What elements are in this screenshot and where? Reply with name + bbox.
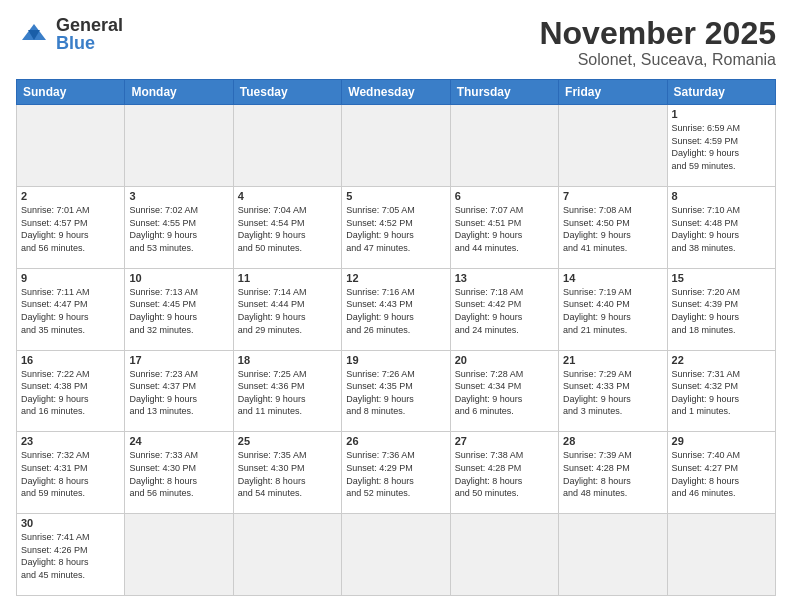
day-info: Sunrise: 7:26 AMSunset: 4:35 PMDaylight:…	[346, 368, 445, 418]
calendar-week-row: 16Sunrise: 7:22 AMSunset: 4:38 PMDayligh…	[17, 350, 776, 432]
day-number: 28	[563, 435, 662, 447]
day-info: Sunrise: 7:33 AMSunset: 4:30 PMDaylight:…	[129, 449, 228, 499]
header-sunday: Sunday	[17, 80, 125, 105]
table-row: 9Sunrise: 7:11 AMSunset: 4:47 PMDaylight…	[17, 268, 125, 350]
day-number: 27	[455, 435, 554, 447]
day-number: 30	[21, 517, 120, 529]
day-number: 23	[21, 435, 120, 447]
day-info: Sunrise: 7:05 AMSunset: 4:52 PMDaylight:…	[346, 204, 445, 254]
table-row: 5Sunrise: 7:05 AMSunset: 4:52 PMDaylight…	[342, 186, 450, 268]
table-row: 4Sunrise: 7:04 AMSunset: 4:54 PMDaylight…	[233, 186, 341, 268]
day-number: 12	[346, 272, 445, 284]
day-info: Sunrise: 7:16 AMSunset: 4:43 PMDaylight:…	[346, 286, 445, 336]
table-row: 3Sunrise: 7:02 AMSunset: 4:55 PMDaylight…	[125, 186, 233, 268]
table-row: 24Sunrise: 7:33 AMSunset: 4:30 PMDayligh…	[125, 432, 233, 514]
day-number: 24	[129, 435, 228, 447]
table-row: 2Sunrise: 7:01 AMSunset: 4:57 PMDaylight…	[17, 186, 125, 268]
day-number: 8	[672, 190, 771, 202]
day-info: Sunrise: 7:36 AMSunset: 4:29 PMDaylight:…	[346, 449, 445, 499]
day-info: Sunrise: 7:31 AMSunset: 4:32 PMDaylight:…	[672, 368, 771, 418]
location-title: Solonet, Suceava, Romania	[539, 51, 776, 69]
day-info: Sunrise: 7:10 AMSunset: 4:48 PMDaylight:…	[672, 204, 771, 254]
table-row: 7Sunrise: 7:08 AMSunset: 4:50 PMDaylight…	[559, 186, 667, 268]
day-number: 18	[238, 354, 337, 366]
table-row	[233, 514, 341, 596]
day-number: 21	[563, 354, 662, 366]
calendar-week-row: 9Sunrise: 7:11 AMSunset: 4:47 PMDaylight…	[17, 268, 776, 350]
month-title: November 2025	[539, 16, 776, 51]
header-tuesday: Tuesday	[233, 80, 341, 105]
table-row	[125, 514, 233, 596]
day-number: 10	[129, 272, 228, 284]
header-thursday: Thursday	[450, 80, 558, 105]
day-info: Sunrise: 7:32 AMSunset: 4:31 PMDaylight:…	[21, 449, 120, 499]
table-row: 27Sunrise: 7:38 AMSunset: 4:28 PMDayligh…	[450, 432, 558, 514]
table-row	[17, 105, 125, 187]
logo-icon	[16, 20, 52, 48]
table-row: 19Sunrise: 7:26 AMSunset: 4:35 PMDayligh…	[342, 350, 450, 432]
table-row	[450, 514, 558, 596]
table-row: 25Sunrise: 7:35 AMSunset: 4:30 PMDayligh…	[233, 432, 341, 514]
table-row	[233, 105, 341, 187]
day-info: Sunrise: 7:18 AMSunset: 4:42 PMDaylight:…	[455, 286, 554, 336]
day-number: 22	[672, 354, 771, 366]
header-friday: Friday	[559, 80, 667, 105]
day-info: Sunrise: 7:14 AMSunset: 4:44 PMDaylight:…	[238, 286, 337, 336]
day-number: 4	[238, 190, 337, 202]
calendar-week-row: 2Sunrise: 7:01 AMSunset: 4:57 PMDaylight…	[17, 186, 776, 268]
day-info: Sunrise: 7:08 AMSunset: 4:50 PMDaylight:…	[563, 204, 662, 254]
table-row: 11Sunrise: 7:14 AMSunset: 4:44 PMDayligh…	[233, 268, 341, 350]
day-number: 6	[455, 190, 554, 202]
table-row: 6Sunrise: 7:07 AMSunset: 4:51 PMDaylight…	[450, 186, 558, 268]
day-number: 20	[455, 354, 554, 366]
day-number: 7	[563, 190, 662, 202]
day-info: Sunrise: 7:38 AMSunset: 4:28 PMDaylight:…	[455, 449, 554, 499]
table-row	[342, 514, 450, 596]
day-number: 11	[238, 272, 337, 284]
day-info: Sunrise: 7:02 AMSunset: 4:55 PMDaylight:…	[129, 204, 228, 254]
calendar-table: Sunday Monday Tuesday Wednesday Thursday…	[16, 79, 776, 596]
table-row: 30Sunrise: 7:41 AMSunset: 4:26 PMDayligh…	[17, 514, 125, 596]
title-block: November 2025 Solonet, Suceava, Romania	[539, 16, 776, 69]
header-wednesday: Wednesday	[342, 80, 450, 105]
table-row	[125, 105, 233, 187]
day-info: Sunrise: 7:20 AMSunset: 4:39 PMDaylight:…	[672, 286, 771, 336]
day-number: 1	[672, 108, 771, 120]
table-row: 21Sunrise: 7:29 AMSunset: 4:33 PMDayligh…	[559, 350, 667, 432]
day-number: 29	[672, 435, 771, 447]
table-row	[559, 105, 667, 187]
logo: General Blue	[16, 16, 123, 52]
day-info: Sunrise: 7:41 AMSunset: 4:26 PMDaylight:…	[21, 531, 120, 581]
day-number: 25	[238, 435, 337, 447]
table-row	[342, 105, 450, 187]
page: General Blue November 2025 Solonet, Suce…	[0, 0, 792, 612]
day-number: 16	[21, 354, 120, 366]
day-number: 13	[455, 272, 554, 284]
table-row	[559, 514, 667, 596]
day-number: 14	[563, 272, 662, 284]
logo-text: General Blue	[56, 16, 123, 52]
day-info: Sunrise: 7:25 AMSunset: 4:36 PMDaylight:…	[238, 368, 337, 418]
day-number: 26	[346, 435, 445, 447]
day-info: Sunrise: 7:19 AMSunset: 4:40 PMDaylight:…	[563, 286, 662, 336]
table-row: 10Sunrise: 7:13 AMSunset: 4:45 PMDayligh…	[125, 268, 233, 350]
day-number: 5	[346, 190, 445, 202]
table-row: 8Sunrise: 7:10 AMSunset: 4:48 PMDaylight…	[667, 186, 775, 268]
table-row: 16Sunrise: 7:22 AMSunset: 4:38 PMDayligh…	[17, 350, 125, 432]
day-info: Sunrise: 7:07 AMSunset: 4:51 PMDaylight:…	[455, 204, 554, 254]
day-info: Sunrise: 7:01 AMSunset: 4:57 PMDaylight:…	[21, 204, 120, 254]
day-info: Sunrise: 7:11 AMSunset: 4:47 PMDaylight:…	[21, 286, 120, 336]
day-info: Sunrise: 7:13 AMSunset: 4:45 PMDaylight:…	[129, 286, 228, 336]
calendar-body: 1Sunrise: 6:59 AMSunset: 4:59 PMDaylight…	[17, 105, 776, 596]
calendar-week-row: 1Sunrise: 6:59 AMSunset: 4:59 PMDaylight…	[17, 105, 776, 187]
header-monday: Monday	[125, 80, 233, 105]
table-row: 1Sunrise: 6:59 AMSunset: 4:59 PMDaylight…	[667, 105, 775, 187]
table-row: 12Sunrise: 7:16 AMSunset: 4:43 PMDayligh…	[342, 268, 450, 350]
table-row: 23Sunrise: 7:32 AMSunset: 4:31 PMDayligh…	[17, 432, 125, 514]
table-row: 26Sunrise: 7:36 AMSunset: 4:29 PMDayligh…	[342, 432, 450, 514]
day-number: 19	[346, 354, 445, 366]
table-row: 18Sunrise: 7:25 AMSunset: 4:36 PMDayligh…	[233, 350, 341, 432]
table-row: 29Sunrise: 7:40 AMSunset: 4:27 PMDayligh…	[667, 432, 775, 514]
day-info: Sunrise: 7:04 AMSunset: 4:54 PMDaylight:…	[238, 204, 337, 254]
table-row: 20Sunrise: 7:28 AMSunset: 4:34 PMDayligh…	[450, 350, 558, 432]
